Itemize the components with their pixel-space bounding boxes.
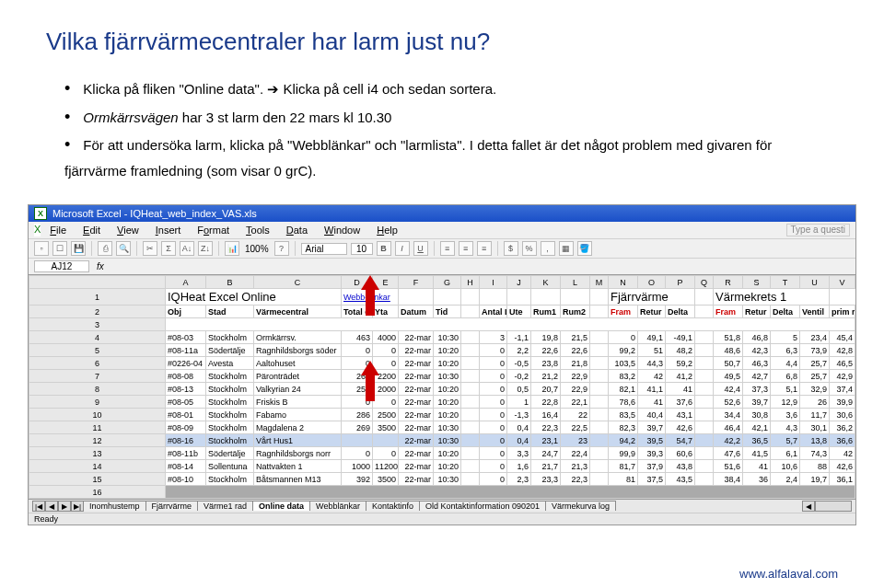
corner-cell[interactable] bbox=[29, 276, 166, 289]
underline-icon[interactable]: U bbox=[413, 241, 428, 256]
sheet-tab[interactable]: Old Kontaktinformation 090201 bbox=[419, 501, 546, 511]
sheet-tab[interactable]: Kontaktinfo bbox=[366, 501, 420, 511]
table-row[interactable]: 13#08-11bSödertäljeRagnhildsborgs norr00… bbox=[29, 447, 855, 460]
new-icon[interactable]: ▫ bbox=[34, 241, 49, 256]
menu-insert[interactable]: Insert bbox=[148, 224, 189, 236]
footer-url: www.alfalaval.com bbox=[739, 567, 838, 581]
menubar: X File Edit View Insert Format Tools Dat… bbox=[29, 222, 855, 239]
status-bar: Ready bbox=[29, 513, 855, 525]
sheet-tab[interactable]: Online data bbox=[252, 501, 310, 511]
sheet-title: IQHeat Excel Online bbox=[166, 289, 342, 306]
chart-icon[interactable]: 📊 bbox=[225, 241, 239, 256]
help-search-box[interactable]: Type a questi bbox=[786, 224, 850, 236]
align-right-icon[interactable]: ≡ bbox=[477, 241, 492, 256]
excel-titlebar: X Microsoft Excel - IQHeat_web_index_VAS… bbox=[29, 205, 855, 222]
menu-help[interactable]: Help bbox=[369, 224, 405, 236]
hscroll-thumb[interactable] bbox=[815, 501, 852, 512]
tab-next-icon[interactable]: ▶ bbox=[58, 501, 71, 512]
table-row[interactable]: 8#08-13StockholmValkyrian 24250200022-ma… bbox=[29, 383, 855, 396]
table-row[interactable]: 6#0226-04AvestaAaltohuset0022-mar10:200-… bbox=[29, 357, 855, 370]
table-row[interactable]: 11#08-09StockholmMagdalena 2269350022-ma… bbox=[29, 421, 855, 434]
zoom-box[interactable]: 100% bbox=[243, 244, 271, 254]
varmekrets-header: Värmekrets 1 bbox=[714, 289, 830, 306]
sort-desc-icon[interactable]: Z↓ bbox=[198, 241, 213, 256]
font-select[interactable]: Arial bbox=[301, 243, 347, 255]
preview-icon[interactable]: 🔍 bbox=[116, 241, 131, 256]
bold-icon[interactable]: B bbox=[377, 241, 391, 256]
table-row[interactable]: 12#08-16StockholmVårt Hus122-mar10:3000,… bbox=[29, 434, 855, 447]
table-row[interactable]: 10#08-01StockholmFabamo286250022-mar10:2… bbox=[29, 409, 855, 421]
data-row-1: 1 IQHeat Excel Online Webb-länkar Fjärrv… bbox=[29, 289, 855, 306]
save-icon[interactable]: 💾 bbox=[71, 241, 86, 256]
bullet-2: Ormkärrsvägen har 3 st larm den 22 mars … bbox=[64, 103, 838, 132]
align-center-icon[interactable]: ≡ bbox=[459, 241, 473, 256]
table-row[interactable]: 7#08-08StockholmPäronträdet262220022-mar… bbox=[29, 370, 855, 383]
doc-icon: X bbox=[34, 224, 41, 236]
header-row-2: 2 Obj Stad Värmecentral Total effekt Yta… bbox=[29, 306, 855, 318]
table-row[interactable]: 5#08-11aSödertäljeRagnhildsborgs söder00… bbox=[29, 344, 855, 357]
table-row[interactable]: 15#08-10StockholmBåtsmannen M13392350022… bbox=[29, 473, 855, 486]
excel-icon: X bbox=[34, 207, 47, 220]
menu-tools[interactable]: Tools bbox=[238, 224, 277, 236]
spreadsheet-grid[interactable]: ABCDEFGHIJKLMNOPQRSTUV 1 IQHeat Excel On… bbox=[29, 275, 855, 499]
sheet-tabs: |◀ ◀ ▶ ▶| InomhustempFjärrvärmeVärme1 ra… bbox=[29, 499, 855, 513]
menu-format[interactable]: Format bbox=[190, 224, 237, 236]
sheet-tab[interactable]: Webblänkar bbox=[309, 501, 366, 511]
slide-title: Vilka fjärrvärmecentraler har larm just … bbox=[46, 28, 838, 56]
bullet-3: För att undersöka larm, klicka på "Webbl… bbox=[64, 131, 838, 182]
help-icon[interactable]: ? bbox=[274, 241, 289, 256]
tab-last-icon[interactable]: ▶| bbox=[71, 501, 84, 512]
font-size-select[interactable]: 10 bbox=[351, 243, 373, 255]
currency-icon[interactable]: $ bbox=[504, 241, 518, 256]
sheet-tab[interactable]: Fjärrvärme bbox=[145, 501, 199, 511]
open-icon[interactable]: ☐ bbox=[52, 241, 67, 256]
sheet-tab[interactable]: Värme1 rad bbox=[197, 501, 253, 511]
fill-color-icon[interactable]: 🪣 bbox=[577, 241, 592, 256]
menu-view[interactable]: View bbox=[110, 224, 146, 236]
fjarrvarme-header: Fjärrvärme bbox=[609, 289, 695, 306]
table-row[interactable]: 14#08-14SollentunaNattvakten 11000112002… bbox=[29, 460, 855, 473]
cut-icon[interactable]: ✂ bbox=[143, 241, 157, 256]
fx-label[interactable]: fx bbox=[97, 261, 104, 271]
sheet-tab[interactable]: Värmekurva log bbox=[545, 501, 616, 511]
menu-edit[interactable]: Edit bbox=[76, 224, 108, 236]
print-icon[interactable]: ⎙ bbox=[98, 241, 112, 256]
tab-first-icon[interactable]: |◀ bbox=[32, 501, 45, 512]
row-3: 3 bbox=[29, 318, 855, 331]
sort-asc-icon[interactable]: A↓ bbox=[180, 241, 194, 256]
separator-row: 16 bbox=[29, 486, 855, 499]
percent-icon[interactable]: % bbox=[522, 241, 537, 256]
align-left-icon[interactable]: ≡ bbox=[440, 241, 455, 256]
col-header-row: ABCDEFGHIJKLMNOPQRSTUV bbox=[29, 276, 855, 289]
table-row[interactable]: 9#08-05StockholmFriskis B0022-mar10:2001… bbox=[29, 396, 855, 409]
italic-icon[interactable]: I bbox=[395, 241, 410, 256]
toolbar: ▫ ☐ 💾 ⎙ 🔍 ✂ Σ A↓ Z↓ 📊 100% ? Arial 10 B … bbox=[29, 239, 855, 259]
menu-file[interactable]: File bbox=[42, 224, 74, 236]
menu-data[interactable]: Data bbox=[279, 224, 315, 236]
bullet-1: Klicka på fliken "Online data". ➔ Klicka… bbox=[64, 75, 838, 103]
menu-window[interactable]: Window bbox=[317, 224, 367, 236]
name-box[interactable]: AJ12 bbox=[34, 260, 89, 272]
tab-prev-icon[interactable]: ◀ bbox=[45, 501, 58, 512]
excel-screenshot: X Microsoft Excel - IQHeat_web_index_VAS… bbox=[28, 204, 856, 525]
hscroll-left-icon[interactable]: ◀ bbox=[802, 501, 815, 512]
formula-bar: AJ12 fx bbox=[29, 259, 855, 275]
table-row[interactable]: 4#08-03StockholmOrmkärrsv.463400022-mar1… bbox=[29, 331, 855, 344]
sheet-tab[interactable]: Inomhustemp bbox=[83, 501, 146, 511]
comma-icon[interactable]: , bbox=[541, 241, 555, 256]
excel-title-text: Microsoft Excel - IQHeat_web_index_VAS.x… bbox=[52, 208, 257, 219]
sum-icon[interactable]: Σ bbox=[161, 241, 176, 256]
borders-icon[interactable]: ▦ bbox=[559, 241, 574, 256]
